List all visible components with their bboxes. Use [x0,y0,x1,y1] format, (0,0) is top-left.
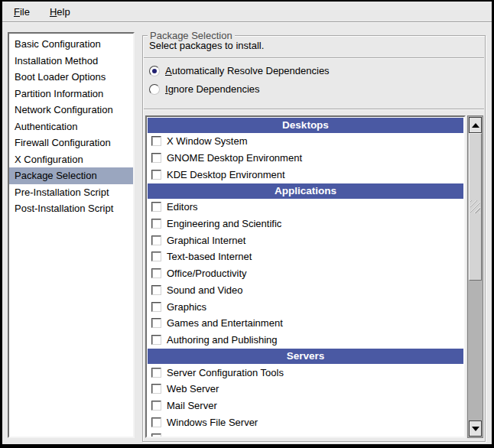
radio-auto-resolve[interactable]: Automatically Resolve Dependencies [149,64,330,77]
menu-file[interactable]: File [11,5,33,19]
instruction-text: Select packages to install. [149,40,264,51]
separator [144,109,484,110]
sidebar-item[interactable]: Network Configuration [9,102,133,118]
package-list-area: DesktopsX Window SystemGNOME Desktop Env… [145,115,483,438]
package-row[interactable]: Editors [147,199,464,216]
package-row[interactable]: Windows File Server [147,414,464,430]
section-list: Basic ConfigurationInstallation MethodBo… [8,32,135,438]
sidebar-item[interactable]: Post-Installation Script [9,200,133,217]
menu-help-label: elp [57,6,70,18]
package-row[interactable]: Server Configuration Tools [147,364,464,381]
category-header: Servers [148,349,463,364]
package-label[interactable]: Sound and Video [167,284,243,296]
radio-unselected-icon[interactable] [149,84,160,95]
checkbox-unchecked-icon[interactable] [151,252,161,261]
package-row[interactable]: Graphical Internet [147,232,464,248]
checkbox-unchecked-icon[interactable] [151,219,161,229]
checkbox-unchecked-icon[interactable] [151,136,161,146]
sidebar-item[interactable]: Firewall Configuration [9,135,133,151]
package-row[interactable]: Web Server [147,381,464,398]
category-header: Desktops [148,118,463,133]
checkbox-unchecked-icon[interactable] [151,302,161,312]
package-label[interactable]: Authoring and Publishing [167,334,278,346]
package-row[interactable]: X Window System [147,133,464,150]
down-arrow-icon [472,427,479,431]
package-list: DesktopsX Window SystemGNOME Desktop Env… [145,115,466,438]
sidebar-item[interactable]: Installation Method [9,53,133,70]
radio-auto-resolve-label[interactable]: Automatically Resolve Dependencies [165,65,330,76]
checkbox-unchecked-icon[interactable] [151,285,161,295]
radio-ignore-deps[interactable]: Ignore Dependencies [149,83,260,96]
checkbox-unchecked-icon[interactable] [151,268,161,278]
sidebar-item[interactable]: X Configuration [9,151,133,168]
thumb-grip-icon [470,200,480,213]
package-label[interactable]: Games and Entertainment [167,317,283,329]
sidebar-item[interactable]: Partition Information [9,86,133,102]
sidebar-item[interactable]: Basic Configuration [9,36,133,53]
menu-bar: File Help [2,2,492,21]
checkbox-unchecked-icon[interactable] [151,335,161,345]
menu-help-mnemonic: H [50,6,57,18]
checkbox-unchecked-icon[interactable] [151,384,161,394]
up-arrow-icon [472,123,479,128]
package-row[interactable]: Authoring and Publishing [147,332,464,349]
menu-help[interactable]: Help [47,5,73,19]
checkbox-unchecked-icon[interactable] [151,235,161,245]
package-row[interactable]: Text-based Internet [147,248,464,265]
package-row[interactable]: Engineering and Scientific [147,216,464,232]
package-label[interactable]: GNOME Desktop Environment [167,152,302,164]
package-label[interactable]: Engineering and Scientific [167,218,281,229]
package-label[interactable]: Editors [167,201,197,213]
kickstart-configurator-window: File Help Basic ConfigurationInstallatio… [0,0,494,448]
package-label[interactable]: Text-based Internet [167,251,252,262]
package-label[interactable]: Office/Productivity [167,268,247,279]
checkbox-unchecked-icon[interactable] [151,170,161,180]
menu-file-mnemonic: F [14,6,20,18]
package-label[interactable]: KDE Desktop Environment [167,169,285,180]
package-row[interactable]: Sound and Video [147,282,464,299]
checkbox-unchecked-icon[interactable] [151,153,161,163]
package-label[interactable]: Graphical Internet [167,235,245,246]
package-label[interactable]: Server Configuration Tools [167,367,284,378]
menu-bar-separator [2,21,492,23]
checkbox-unchecked-icon[interactable] [151,368,161,378]
checkbox-unchecked-icon[interactable] [151,433,161,438]
checkbox-unchecked-icon[interactable] [151,417,161,427]
vertical-scrollbar[interactable] [467,115,483,438]
checkbox-unchecked-icon[interactable] [151,401,161,411]
scroll-down-button[interactable] [469,420,482,437]
package-label[interactable]: Web Server [167,383,219,394]
package-label[interactable]: Mail Server [167,400,217,411]
package-selection-group: Package Selection Select packages to ins… [142,35,486,442]
package-row[interactable]: KDE Desktop Environment [147,166,464,183]
package-label[interactable]: Graphics [167,301,206,313]
sidebar-item[interactable]: Boot Loader Options [9,69,133,86]
sidebar-item[interactable]: Pre-Installation Script [9,184,133,201]
sidebar-item[interactable]: Package Selection [9,167,133,184]
package-row[interactable]: Office/Productivity [147,265,464,282]
scrollbar-thumb[interactable] [469,133,482,281]
radio-dot [152,69,157,73]
scroll-up-button[interactable] [469,117,482,133]
package-row[interactable]: Graphics [147,298,464,315]
checkbox-unchecked-icon[interactable] [151,202,161,212]
checkbox-unchecked-icon[interactable] [151,318,161,328]
package-row[interactable]: Mail Server [147,398,464,414]
menu-file-label: ile [20,6,30,18]
package-row[interactable] [147,430,464,438]
package-row[interactable]: Games and Entertainment [147,315,464,332]
radio-ignore-deps-label[interactable]: Ignore Dependencies [165,83,260,95]
package-label[interactable]: Windows File Server [167,417,258,428]
package-label[interactable]: X Window System [167,135,247,147]
category-header: Applications [148,183,463,199]
sidebar-item[interactable]: Authentication [9,118,133,135]
package-row[interactable]: GNOME Desktop Environment [147,150,464,167]
separator [144,57,484,59]
radio-selected-icon[interactable] [149,66,160,76]
